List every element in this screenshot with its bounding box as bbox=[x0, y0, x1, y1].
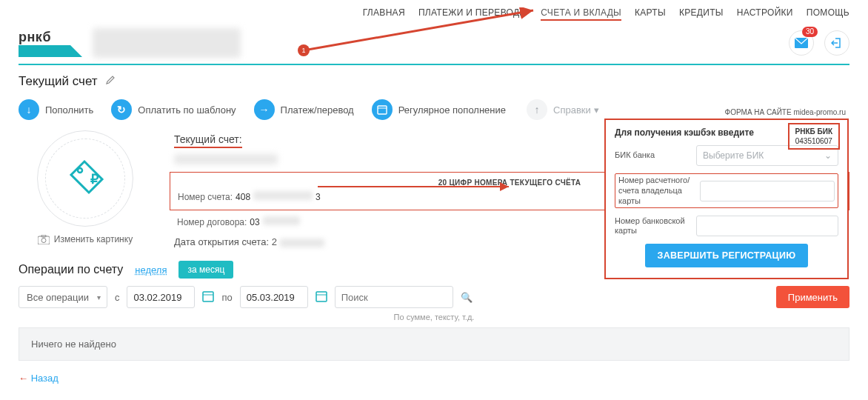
bik-badge: РНКБ БИК 043510607 bbox=[788, 123, 840, 150]
account-number-label: Номер счета: bbox=[178, 192, 233, 202]
operations-type-select[interactable]: Все операции▾ bbox=[19, 286, 107, 308]
account-number-blurred bbox=[253, 191, 313, 200]
search-icon[interactable]: 🔍 bbox=[461, 292, 473, 303]
nav-credits[interactable]: КРЕДИТЫ bbox=[679, 7, 724, 21]
action-topup[interactable]: ↓ Пополнить bbox=[19, 99, 93, 120]
account-number-prefix: 408 bbox=[236, 192, 250, 202]
card-input-label: Номер банковской карты bbox=[615, 216, 689, 237]
mail-icon[interactable]: 30 bbox=[789, 30, 814, 56]
user-blurred bbox=[93, 28, 241, 58]
ruble-tag-icon: ₽ bbox=[65, 159, 105, 199]
action-references[interactable]: ↑ Справки▾ bbox=[527, 99, 599, 120]
account-input-label: Номер расчетного/счета владельца карты bbox=[618, 176, 692, 206]
mail-badge: 30 bbox=[802, 27, 818, 37]
nav-payments[interactable]: ПЛАТЕЖИ И ПЕРЕВОДЫ bbox=[418, 7, 527, 21]
apply-button[interactable]: Применить bbox=[776, 286, 849, 308]
svg-rect-4 bbox=[378, 106, 387, 114]
calendar-from-icon[interactable] bbox=[202, 290, 214, 304]
contract-number-label: Номер договора: bbox=[177, 217, 247, 227]
refresh-icon: ↻ bbox=[111, 99, 132, 120]
account-avatar: ₽ bbox=[37, 130, 133, 227]
back-link[interactable]: Назад bbox=[19, 373, 59, 384]
action-transfer[interactable]: → Платеж/перевод bbox=[254, 99, 354, 120]
brand: рнкб bbox=[19, 28, 241, 58]
open-date-label: Дата открытия счета: bbox=[174, 236, 269, 247]
account-label: Текущий счет: bbox=[174, 133, 242, 148]
camera-icon bbox=[38, 235, 50, 244]
svg-point-6 bbox=[78, 168, 82, 173]
svg-rect-8 bbox=[38, 236, 50, 244]
upload-icon: ↑ bbox=[527, 99, 547, 120]
nav-help[interactable]: ПОМОЩЬ bbox=[807, 7, 849, 21]
filter-week[interactable]: неделя bbox=[135, 264, 167, 276]
calendar-to-icon[interactable] bbox=[316, 290, 327, 304]
card-input[interactable] bbox=[696, 216, 838, 236]
chevron-down-icon: ▾ bbox=[594, 104, 599, 116]
submit-button[interactable]: ЗАВЕРШИТЬ РЕГИСТРАЦИЮ bbox=[645, 244, 808, 267]
account-number-suffix: 3 bbox=[316, 192, 321, 202]
nav-accounts[interactable]: СЧЕТА И ВКЛАДЫ bbox=[541, 7, 621, 21]
filter-hint: По сумме, тексту, т.д. bbox=[0, 313, 868, 321]
logout-icon[interactable] bbox=[824, 30, 849, 56]
cashback-form: РНКБ БИК 043510607 Для получения кэшбэк … bbox=[604, 119, 849, 279]
calendar-icon bbox=[372, 99, 393, 120]
account-input[interactable] bbox=[700, 181, 835, 201]
filter-bar: Все операции▾ с по 🔍 Применить bbox=[0, 286, 868, 311]
nav-main[interactable]: ГЛАВНАЯ bbox=[363, 7, 405, 21]
open-date-blurred bbox=[280, 239, 324, 247]
svg-point-9 bbox=[41, 238, 46, 242]
filter-month[interactable]: за месяц bbox=[178, 261, 233, 279]
svg-rect-14 bbox=[316, 292, 327, 301]
action-pay-template[interactable]: ↻ Оплатить по шаблону bbox=[111, 99, 236, 120]
change-picture-button[interactable]: Изменить картинку bbox=[38, 234, 133, 244]
brand-bar-icon bbox=[19, 45, 70, 57]
account-name-blurred bbox=[174, 154, 278, 164]
page-title: Текущий счет bbox=[19, 74, 98, 89]
header-row: рнкб 30 bbox=[0, 25, 868, 64]
nav-cards[interactable]: КАРТЫ bbox=[635, 7, 666, 21]
edit-title-icon[interactable] bbox=[105, 74, 116, 89]
chevron-down-icon: ⌄ bbox=[824, 150, 832, 161]
contract-number-blurred bbox=[263, 216, 300, 225]
header-rule bbox=[19, 64, 849, 65]
svg-text:₽: ₽ bbox=[90, 172, 99, 187]
to-label: по bbox=[221, 292, 232, 303]
date-to-input[interactable] bbox=[240, 286, 308, 308]
action-recurring[interactable]: Регулярное пополнение bbox=[372, 99, 506, 120]
empty-state: Ничего не найдено bbox=[19, 327, 849, 361]
open-date-prefix: 2 bbox=[272, 236, 277, 247]
date-from-input[interactable] bbox=[127, 286, 195, 308]
svg-rect-12 bbox=[203, 292, 213, 301]
nav-settings[interactable]: НАСТРОЙКИ bbox=[737, 7, 793, 21]
download-icon: ↓ bbox=[19, 99, 39, 120]
top-nav: ГЛАВНАЯ ПЛАТЕЖИ И ПЕРЕВОДЫ СЧЕТА И ВКЛАД… bbox=[0, 0, 868, 25]
chevron-down-icon: ▾ bbox=[97, 293, 101, 301]
search-input[interactable] bbox=[335, 286, 453, 308]
from-label: с bbox=[115, 292, 120, 303]
contract-number-prefix: 03 bbox=[250, 217, 259, 227]
arrow-right-icon: → bbox=[254, 99, 275, 120]
bik-label: БИК банка bbox=[615, 150, 689, 161]
form-site-note: ФОРМА НА САЙТЕ midea-promo.ru bbox=[725, 108, 846, 116]
brand-text: рнкб bbox=[19, 30, 70, 45]
operations-title: Операции по счету bbox=[19, 263, 123, 276]
